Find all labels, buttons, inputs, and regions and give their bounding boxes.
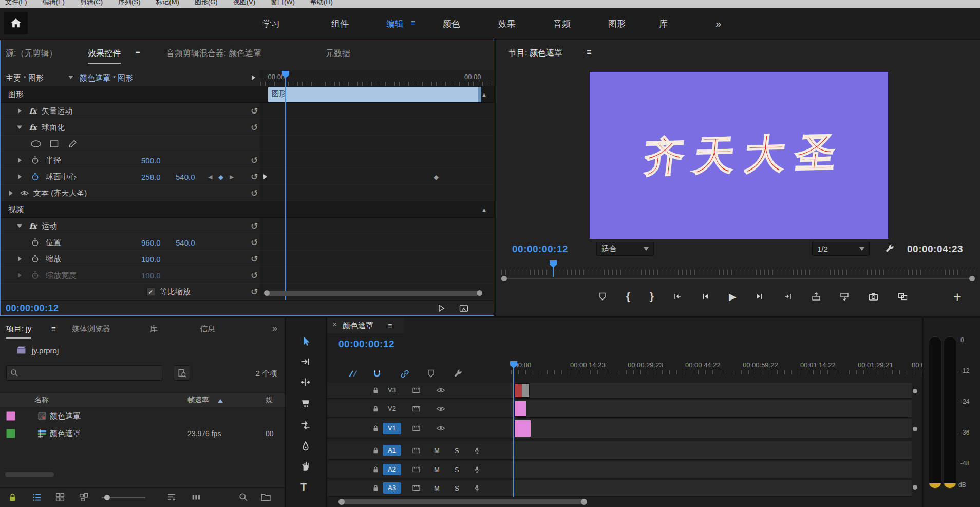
audio-scroll-handle[interactable] <box>913 485 917 490</box>
expand-chevron-icon[interactable] <box>18 158 22 163</box>
track-target-v1[interactable]: V1 <box>383 423 401 434</box>
item-name[interactable]: 颜色遮罩 <box>50 429 81 439</box>
playback-resolution-select[interactable]: 1/2 <box>812 242 870 256</box>
voiceover-mic-icon[interactable] <box>474 465 480 474</box>
hand-tool[interactable] <box>300 461 311 471</box>
menu-window[interactable]: 窗口(W) <box>271 0 295 7</box>
linked-selection-icon[interactable] <box>400 369 409 379</box>
tab-metadata[interactable]: 元数据 <box>326 48 350 59</box>
collapse-chevron-icon[interactable] <box>17 125 22 129</box>
track-lane-v2[interactable] <box>511 400 912 418</box>
track-output-eye-icon[interactable] <box>436 406 445 412</box>
play-button[interactable]: ▶ <box>729 291 737 303</box>
track-lock-icon[interactable] <box>372 484 379 492</box>
step-forward-icon[interactable] <box>756 292 764 301</box>
master-clip-dropdown-icon[interactable] <box>68 76 73 79</box>
voiceover-mic-icon[interactable] <box>474 484 480 492</box>
slip-tool[interactable] <box>300 420 311 430</box>
track-lane-a3[interactable] <box>511 480 912 497</box>
track-output-eye-icon[interactable] <box>436 425 445 431</box>
scrollbar-handle-left[interactable] <box>501 276 507 281</box>
zoom-handle-right[interactable] <box>477 290 482 296</box>
clip-trim-handle[interactable] <box>478 87 481 102</box>
master-clip-label[interactable]: 主要 * 图形 <box>6 73 44 83</box>
reset-param-icon[interactable]: ↺ <box>251 286 258 297</box>
tab-audio-clip-mixer[interactable]: 音频剪辑混合器: 颜色遮罩 <box>166 48 261 59</box>
track-output-eye-icon[interactable] <box>436 387 445 393</box>
keyframe-diamond-icon[interactable]: ◆ <box>434 173 439 180</box>
zoom-handle-right[interactable] <box>581 499 587 505</box>
clip-selector-label[interactable]: 颜色遮罩 * 图形 <box>80 73 133 83</box>
workspace-tab-graphics[interactable]: 图形 <box>608 18 626 30</box>
param-value[interactable]: 500.0 <box>141 156 161 164</box>
tab-media-browser[interactable]: 媒体浏览器 <box>72 324 110 334</box>
param-value-y[interactable]: 540.0 <box>176 238 195 247</box>
track-lock-icon[interactable] <box>372 425 379 432</box>
collapse-section-icon[interactable]: ▲ <box>481 91 487 98</box>
add-keyframe-icon[interactable]: ◆ <box>218 173 223 180</box>
prev-keyframe-icon[interactable]: ◀ <box>208 173 212 180</box>
project-item-row[interactable]: 颜色遮罩 23.976 fps 00 <box>0 425 285 442</box>
stopwatch-icon[interactable] <box>31 255 39 263</box>
fx-badge-icon[interactable]: fx <box>29 123 36 132</box>
menu-file[interactable]: 文件(F) <box>5 0 27 7</box>
track-lock-icon[interactable] <box>372 405 379 412</box>
item-name[interactable]: 颜色遮罩 <box>50 411 81 421</box>
program-scrollbar[interactable] <box>501 278 975 279</box>
reset-param-icon[interactable]: ↺ <box>251 270 258 280</box>
track-select-forward-tool[interactable] <box>300 356 311 367</box>
reset-effect-icon[interactable]: ↺ <box>251 105 258 116</box>
program-monitor-menu-icon[interactable]: ≡ <box>587 48 591 61</box>
fx-badge-icon[interactable]: fx <box>29 222 36 230</box>
zoom-level-select[interactable]: 适合 <box>596 242 654 256</box>
timeline-menu-icon[interactable]: ≡ <box>388 321 392 330</box>
stopwatch-keyframe-icon[interactable] <box>31 173 39 181</box>
add-marker-icon[interactable] <box>427 369 435 378</box>
effect-timeline-clip[interactable]: 图形 <box>268 87 481 102</box>
project-overflow-icon[interactable]: » <box>272 323 277 334</box>
timeline-timecode[interactable]: 00:00:00:12 <box>338 339 394 350</box>
effect-name-label[interactable]: 运动 <box>42 221 57 231</box>
track-lane-a2[interactable] <box>511 461 912 478</box>
export-frame-icon[interactable] <box>459 304 468 312</box>
project-horizontal-scrollbar[interactable] <box>5 472 54 477</box>
clip-v3[interactable] <box>514 383 530 398</box>
timeline-settings-wrench-icon[interactable] <box>454 369 463 379</box>
project-file-name[interactable]: jy.prproj <box>32 346 59 355</box>
lift-icon[interactable] <box>812 292 821 301</box>
effect-playhead-line[interactable] <box>285 71 286 300</box>
menu-marker[interactable]: 标记(M) <box>156 0 179 7</box>
reset-param-icon[interactable]: ↺ <box>251 171 258 182</box>
reset-effect-icon[interactable]: ↺ <box>251 122 258 133</box>
voiceover-mic-icon[interactable] <box>474 446 480 455</box>
ellipse-mask-icon[interactable] <box>30 140 42 148</box>
selection-tool[interactable] <box>300 336 311 347</box>
scrollbar-handle-right[interactable] <box>969 276 975 281</box>
sync-lock-icon[interactable] <box>412 485 420 492</box>
reset-param-icon[interactable]: ↺ <box>251 253 258 264</box>
effect-name-label[interactable]: 矢量运动 <box>42 106 72 116</box>
type-tool[interactable]: T <box>300 481 307 493</box>
track-target-v3[interactable]: V3 <box>383 385 401 396</box>
expand-chevron-icon[interactable] <box>18 108 22 114</box>
automate-to-sequence-icon[interactable] <box>192 493 201 502</box>
program-scrubber-ruler[interactable] <box>501 270 975 275</box>
menu-view[interactable]: 视图(V) <box>233 0 255 7</box>
project-item-row[interactable]: 颜色遮罩 <box>0 407 285 425</box>
freeform-view-icon[interactable] <box>79 493 88 502</box>
timeline-tab[interactable]: × 颜色遮罩 ≡ <box>327 318 404 333</box>
column-header-name[interactable]: 名称 <box>34 396 49 405</box>
mute-button[interactable]: M <box>434 446 440 454</box>
sort-icon[interactable] <box>167 493 176 502</box>
timeline-view-toggle-icon[interactable] <box>252 75 255 80</box>
workspace-tab-effects[interactable]: 效果 <box>498 18 516 30</box>
ripple-edit-tool[interactable] <box>300 377 311 387</box>
tab-source-monitor[interactable]: 源:（无剪辑） <box>6 48 57 59</box>
go-to-in-icon[interactable] <box>673 292 682 301</box>
solo-button[interactable]: S <box>455 446 459 454</box>
track-lane-a1[interactable] <box>511 441 912 460</box>
home-icon[interactable] <box>4 12 28 34</box>
search-bin-icon[interactable] <box>174 365 190 381</box>
timeline-playhead-line[interactable] <box>513 367 514 497</box>
workspace-tab-assembly[interactable]: 组件 <box>331 18 349 30</box>
